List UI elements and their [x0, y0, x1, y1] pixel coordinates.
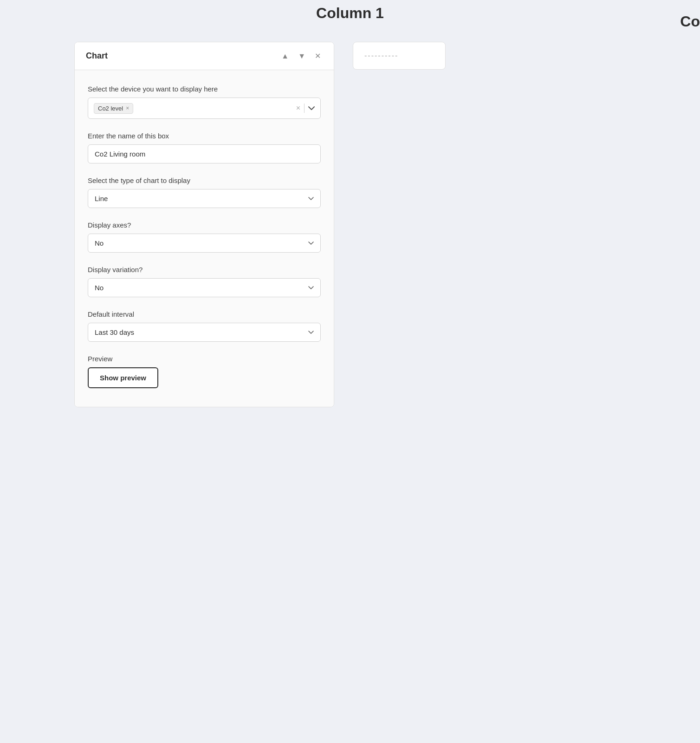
preview-form-group: Preview Show preview: [88, 355, 321, 388]
tag-input-controls: ×: [296, 104, 315, 113]
tag-dropdown-button[interactable]: [308, 104, 315, 112]
axes-label: Display axes?: [88, 221, 321, 229]
chart-card: Chart ▲ ▼ ✕ Select the device you want t…: [74, 42, 334, 407]
device-tag-input[interactable]: Co2 level × ×: [88, 98, 321, 119]
name-label: Enter the name of this box: [88, 132, 321, 140]
variation-label: Display variation?: [88, 266, 321, 274]
stub-dashes: ----------: [364, 52, 398, 60]
tag-clear-button[interactable]: ×: [296, 104, 300, 112]
move-up-button[interactable]: ▲: [279, 51, 291, 61]
device-tag: Co2 level ×: [94, 103, 133, 114]
move-down-button[interactable]: ▼: [296, 51, 307, 61]
column1-area: Chart ▲ ▼ ✕ Select the device you want t…: [74, 42, 334, 407]
card-body: Select the device you want to display he…: [75, 70, 334, 407]
name-form-group: Enter the name of this box: [88, 132, 321, 163]
chevron-down-icon: [308, 106, 315, 111]
show-preview-button[interactable]: Show preview: [88, 367, 158, 388]
device-form-group: Select the device you want to display he…: [88, 85, 321, 119]
card-header: Chart ▲ ▼ ✕: [75, 42, 334, 70]
chart-type-form-group: Select the type of chart to display Line…: [88, 176, 321, 208]
device-tag-text: Co2 level: [98, 105, 123, 112]
card-title: Chart: [86, 51, 108, 61]
interval-label: Default interval: [88, 310, 321, 318]
chart-type-label: Select the type of chart to display: [88, 176, 321, 184]
device-label: Select the device you want to display he…: [88, 85, 321, 93]
column2-stub-card: ----------: [353, 42, 446, 70]
column1-title: Column 1: [316, 5, 384, 22]
name-input[interactable]: [88, 144, 321, 163]
device-tag-remove[interactable]: ×: [126, 105, 129, 111]
tag-items: Co2 level ×: [94, 103, 292, 114]
column2-title-partial: Co: [680, 13, 700, 30]
chart-type-select[interactable]: Line Bar Area Pie: [88, 189, 321, 208]
column2-area: ----------: [353, 42, 446, 407]
card-header-actions: ▲ ▼ ✕: [279, 51, 323, 61]
interval-form-group: Default interval Last 30 days Last 7 day…: [88, 310, 321, 342]
axes-form-group: Display axes? No Yes: [88, 221, 321, 253]
close-button[interactable]: ✕: [313, 51, 323, 61]
variation-select[interactable]: No Yes: [88, 278, 321, 297]
tag-divider: [304, 104, 305, 113]
preview-label: Preview: [88, 355, 321, 363]
axes-select[interactable]: No Yes: [88, 234, 321, 253]
variation-form-group: Display variation? No Yes: [88, 266, 321, 297]
interval-select[interactable]: Last 30 days Last 7 days Last 24 hours L…: [88, 323, 321, 342]
